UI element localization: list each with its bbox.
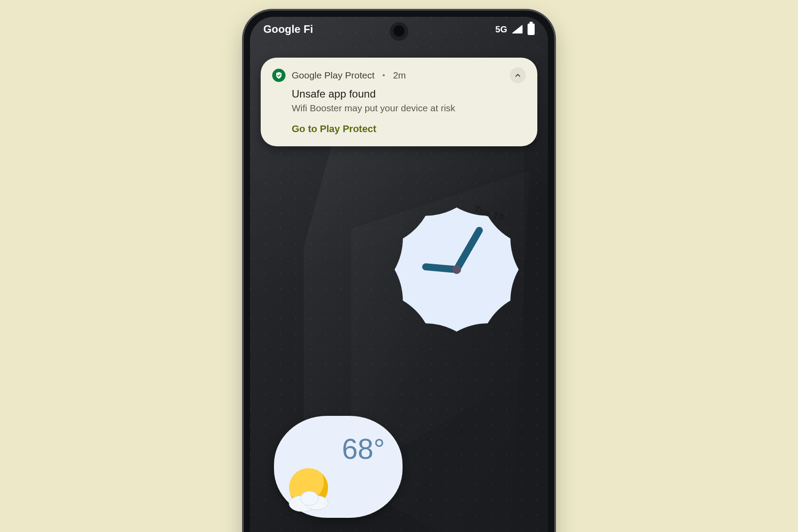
network-label: 5G [495,24,507,35]
notification-separator: • [381,71,387,79]
notification-collapse-button[interactable] [510,67,526,83]
phone-frame: Google Fi 5G [244,11,554,532]
svg-point-2 [301,491,318,505]
status-bar: Google Fi 5G [250,17,548,42]
notification-time: 2m [393,70,406,81]
clock-widget[interactable]: Tue 19 [390,203,523,336]
notification-app-name: Google Play Protect [292,70,375,81]
weather-temperature: 68° [342,433,385,466]
shield-check-icon [272,69,286,82]
notification-title: Unsafe app found [292,88,526,100]
signal-icon [512,24,523,34]
clock-pivot [452,265,461,274]
notification-action[interactable]: Go to Play Protect [292,123,526,135]
phone-screen: Google Fi 5G [250,17,548,532]
carrier-label: Google Fi [263,23,313,35]
notification-body: Wifi Booster may put your device at risk [292,103,526,113]
notification-card[interactable]: Google Play Protect • 2m Unsafe app foun… [261,58,537,146]
canvas: Google Fi 5G [0,0,798,532]
battery-icon [528,23,535,35]
chevron-up-icon [514,71,522,79]
weather-widget[interactable]: 68° [274,416,403,518]
cloud-icon [284,488,337,512]
